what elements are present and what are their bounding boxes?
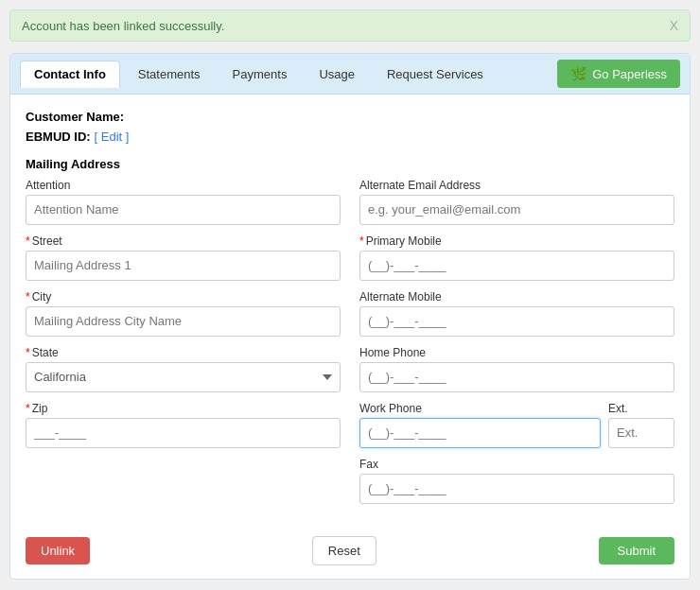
city-input[interactable] bbox=[26, 306, 341, 337]
close-icon[interactable]: X bbox=[670, 18, 678, 33]
ext-label: Ext. bbox=[608, 402, 674, 415]
edit-link[interactable]: [ Edit ] bbox=[95, 128, 130, 148]
tab-contact-info[interactable]: Contact Info bbox=[20, 61, 120, 88]
city-label: *City bbox=[26, 290, 341, 304]
form-grid: Attention *Street *City bbox=[26, 179, 674, 513]
tab-bar: Contact Info Statements Payments Usage R… bbox=[10, 54, 690, 95]
ebmud-id-label: EBMUD ID: bbox=[26, 128, 91, 148]
reset-button[interactable]: Reset bbox=[312, 536, 376, 565]
tab-statements[interactable]: Statements bbox=[124, 61, 215, 88]
work-phone-group: Work Phone bbox=[359, 402, 601, 448]
home-phone-group: Home Phone bbox=[359, 346, 674, 392]
attention-input[interactable] bbox=[26, 195, 341, 225]
state-group: *State CaliforniaAlabamaAlaskaArizonaArk… bbox=[26, 346, 341, 392]
zip-input[interactable] bbox=[26, 418, 341, 448]
street-group: *Street bbox=[26, 234, 341, 281]
leaf-icon: 🌿 bbox=[570, 66, 586, 81]
tab-request-services[interactable]: Request Services bbox=[373, 61, 498, 88]
form-right: Alternate Email Address *Primary Mobile … bbox=[359, 179, 674, 513]
alternate-email-group: Alternate Email Address bbox=[359, 179, 674, 225]
alternate-mobile-label: Alternate Mobile bbox=[359, 290, 674, 304]
go-paperless-button[interactable]: 🌿 Go Paperless bbox=[557, 60, 680, 88]
fax-input[interactable] bbox=[359, 474, 674, 504]
fax-label: Fax bbox=[359, 458, 674, 471]
tabs: Contact Info Statements Payments Usage R… bbox=[20, 61, 498, 88]
state-select[interactable]: CaliforniaAlabamaAlaskaArizonaArkansasCo… bbox=[26, 362, 341, 392]
customer-name-label: Customer Name: bbox=[26, 108, 124, 128]
primary-mobile-label: *Primary Mobile bbox=[359, 234, 674, 248]
city-group: *City bbox=[26, 290, 341, 337]
submit-button[interactable]: Submit bbox=[599, 537, 674, 564]
card-body: Customer Name: EBMUD ID: [ Edit ] Mailin… bbox=[10, 95, 690, 527]
attention-label: Attention bbox=[26, 179, 341, 192]
home-phone-input[interactable] bbox=[359, 362, 674, 392]
fax-group: Fax bbox=[359, 458, 674, 504]
work-phone-label: Work Phone bbox=[359, 402, 601, 415]
unlink-button[interactable]: Unlink bbox=[26, 537, 90, 564]
alternate-mobile-input[interactable] bbox=[359, 306, 674, 337]
tab-payments[interactable]: Payments bbox=[219, 61, 302, 88]
street-input[interactable] bbox=[26, 251, 341, 281]
main-card: Contact Info Statements Payments Usage R… bbox=[9, 53, 691, 580]
attention-group: Attention bbox=[26, 179, 341, 225]
primary-mobile-group: *Primary Mobile bbox=[359, 234, 674, 281]
customer-info: Customer Name: EBMUD ID: [ Edit ] bbox=[26, 108, 674, 148]
ext-group: Ext. bbox=[608, 402, 674, 448]
home-phone-label: Home Phone bbox=[359, 346, 674, 359]
mailing-address-title: Mailing Address bbox=[26, 157, 674, 171]
footer-actions: Unlink Reset Submit bbox=[10, 527, 690, 579]
alternate-mobile-group: Alternate Mobile bbox=[359, 290, 674, 337]
work-phone-row: Work Phone Ext. bbox=[359, 402, 674, 458]
tab-usage[interactable]: Usage bbox=[305, 61, 369, 88]
zip-group: *Zip bbox=[26, 402, 341, 448]
alternate-email-label: Alternate Email Address bbox=[359, 179, 674, 192]
success-message: Account has been linked successully. bbox=[22, 19, 224, 33]
form-left: Attention *Street *City bbox=[26, 179, 341, 513]
state-label: *State bbox=[26, 346, 341, 359]
alternate-email-input[interactable] bbox=[359, 195, 674, 225]
ext-input[interactable] bbox=[608, 418, 674, 448]
primary-mobile-input[interactable] bbox=[359, 251, 674, 281]
work-phone-input[interactable] bbox=[359, 418, 601, 448]
success-banner: Account has been linked successully. X bbox=[9, 9, 691, 42]
street-label: *Street bbox=[26, 234, 341, 248]
zip-label: *Zip bbox=[26, 402, 341, 415]
